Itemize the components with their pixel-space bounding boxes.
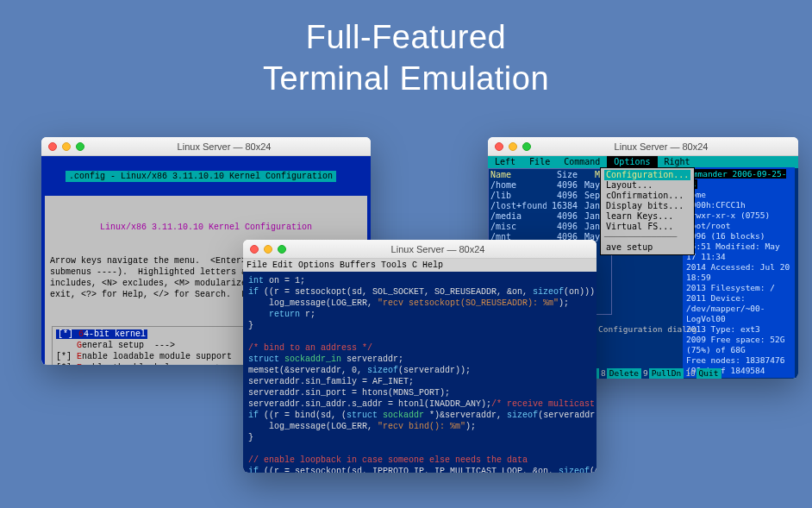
col-name: Name <box>490 170 547 180</box>
info-line: 2011 Device: /dev/mapper/~00-LogVol00 <box>686 293 791 324</box>
dropdown-item[interactable]: Virtual FS... <box>604 222 690 232</box>
options-dropdown[interactable]: Configuration...Layout...cOnfirmation...… <box>600 167 695 255</box>
configbar: .config - Linux/x86 3.11.10.10 Kernel Co… <box>66 171 336 182</box>
window-title: Linux Server — 80x24 <box>286 244 590 254</box>
window-emacs-editor: Linux Server — 80x24 File Edit Options B… <box>243 240 597 473</box>
dropdown-item[interactable]: ave setup <box>604 242 690 253</box>
info-line: 2009 Free space: 52G (75%) of 68G <box>686 335 791 355</box>
info-line: root/root <box>686 221 791 231</box>
file-row[interactable]: /home4096May <box>490 180 609 191</box>
col-size: Size <box>547 170 578 180</box>
dropdown-item[interactable]: Display bits... <box>604 201 690 211</box>
info-line: 15:51 Modified: May 17 11:34 <box>686 241 791 262</box>
emacs-menubar[interactable]: File Edit Options Buffers Tools C Help <box>243 259 597 272</box>
close-icon[interactable] <box>48 142 57 151</box>
dropdown-item[interactable]: learn Keys... <box>604 211 690 222</box>
zoom-icon[interactable] <box>278 245 286 254</box>
fnkey-num: 10 <box>684 368 696 379</box>
menu-command[interactable]: Command <box>557 156 607 168</box>
fnkey-num: 9 <box>642 368 649 379</box>
info-line: 2013 Filesystem: / <box>686 283 791 293</box>
fnkey-quit[interactable]: Quit <box>696 368 721 379</box>
headline-line2: Terminal Emulation <box>263 60 549 97</box>
titlebar[interactable]: Linux Server — 80x24 <box>243 240 597 259</box>
code-buffer[interactable]: int on = 1; if ((r = setsockopt(sd, SOL_… <box>243 272 597 473</box>
menu-file[interactable]: File <box>522 156 557 168</box>
window-title: Linux Server — 80x24 <box>84 141 364 152</box>
col-mtime: M <box>578 170 600 180</box>
info-line: 2014 Accessed: Jul 20 18:59 <box>686 262 791 283</box>
file-row[interactable]: /lib4096Sep <box>490 191 609 201</box>
dropdown-item[interactable]: Layout... <box>604 180 690 191</box>
fnkey-delete[interactable]: Delete <box>607 368 641 379</box>
dropdown-item[interactable]: cOnfirmation... <box>604 191 690 201</box>
box-title: Linux/x86 3.11.10.10 Kernel Configuratio… <box>50 222 362 233</box>
menu-left[interactable]: Left <box>488 156 522 168</box>
zoom-icon[interactable] <box>76 142 84 151</box>
file-row[interactable]: /media4096Jan <box>490 211 609 222</box>
fnkey-num: 8 <box>600 368 607 379</box>
window-title: Linux Server — 80x24 <box>531 141 791 152</box>
info-line: home <box>686 190 791 200</box>
info-line: FD00h:CFCC1h <box>686 200 791 210</box>
mc-info-pane: ommander 2006-09-25-14 homeFD00h:CFCC1hd… <box>683 167 795 378</box>
menu-options[interactable]: Options <box>607 156 657 168</box>
dropdown-item[interactable]: Configuration... <box>604 170 690 180</box>
minimize-icon[interactable] <box>264 245 272 254</box>
fnkey-pulldn[interactable]: PullDn <box>649 368 684 379</box>
close-icon[interactable] <box>250 245 259 254</box>
titlebar[interactable]: Linux Server — 80x24 <box>488 137 798 156</box>
info-title: ommander 2006-09-25-14 <box>686 169 786 189</box>
headline: Full-Featured Terminal Emulation <box>0 0 812 99</box>
mc-top-menu[interactable]: LeftFileCommandOptionsRight <box>488 156 798 168</box>
zoom-icon[interactable] <box>522 142 531 151</box>
menu-right[interactable]: Right <box>658 156 697 168</box>
file-row[interactable]: /misc4096Jan <box>490 222 609 232</box>
titlebar[interactable]: Linux Server — 80x24 <box>41 137 371 156</box>
minimize-icon[interactable] <box>62 142 71 151</box>
close-icon[interactable] <box>495 142 503 151</box>
headline-line1: Full-Featured <box>306 19 506 55</box>
minimize-icon[interactable] <box>509 142 517 151</box>
info-line: drwxr-xr-x (0755) <box>686 210 791 221</box>
file-row[interactable]: /lost+found16384Jan <box>490 201 609 211</box>
info-line: 4096 (16 blocks) <box>686 231 791 241</box>
